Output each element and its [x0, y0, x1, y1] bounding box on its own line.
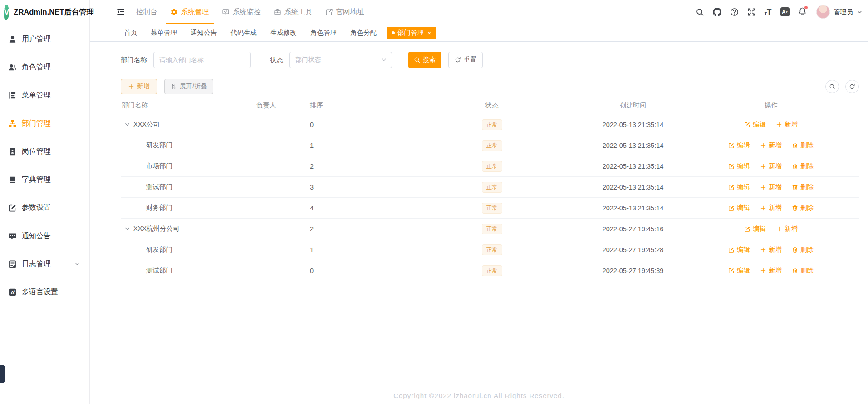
tab-depts[interactable]: 部门管理× — [387, 27, 436, 39]
sidebar-item-dicts[interactable]: 字典管理 — [0, 165, 89, 194]
sidebar-item-params[interactable]: 参数设置 — [0, 194, 89, 222]
sidebar-item-notices[interactable]: 通知公告 — [0, 222, 89, 250]
add-action-button[interactable]: 新增 — [760, 266, 782, 275]
fullscreen-icon[interactable] — [747, 8, 756, 16]
help-icon[interactable] — [730, 8, 739, 16]
nav-item-website[interactable]: 官网地址 — [319, 0, 371, 24]
plus-icon — [760, 268, 766, 274]
dept-name: 测试部门 — [146, 266, 172, 275]
sidebar-item-i18n[interactable]: Az多语言设置 — [0, 278, 89, 306]
close-icon[interactable]: × — [427, 29, 432, 36]
column-header-name: 部门名称 — [121, 101, 254, 110]
caret-down-icon[interactable] — [124, 122, 130, 127]
nav-item-monitor[interactable]: 系统监控 — [216, 0, 267, 24]
add-button[interactable]: 新增 — [121, 79, 157, 94]
monitor-icon — [222, 8, 230, 16]
tab-home[interactable]: 首页 — [117, 29, 144, 37]
action-label: 编辑 — [737, 183, 750, 191]
add-action-button[interactable]: 新增 — [760, 141, 782, 150]
sidebar-fold-icon[interactable] — [116, 7, 125, 16]
delete-action-button[interactable]: 删除 — [792, 266, 814, 275]
sidebar-item-label: 日志管理 — [22, 259, 51, 269]
action-label: 编辑 — [737, 162, 750, 170]
translate-icon[interactable]: Az — [780, 7, 790, 16]
edit-action-button[interactable]: 编辑 — [728, 141, 750, 150]
sidebar-item-posts[interactable]: 岗位管理 — [0, 137, 89, 165]
user-name: 管理员 — [834, 8, 853, 16]
tab-codegen[interactable]: 代码生成 — [224, 29, 264, 37]
edit-action-button[interactable]: 编辑 — [728, 266, 750, 275]
edit-action-button[interactable]: 编辑 — [728, 162, 750, 170]
status-cell: 正常 — [401, 203, 583, 214]
edit-action-button[interactable]: 编辑 — [728, 245, 750, 254]
action-label: 新增 — [769, 245, 782, 254]
tab-notices[interactable]: 通知公告 — [184, 29, 224, 37]
sidebar-item-logs[interactable]: 日志管理 — [0, 250, 89, 278]
font-size-icon[interactable]: тT — [765, 8, 772, 16]
dept-name-input[interactable] — [153, 52, 251, 68]
edit-action-button[interactable]: 编辑 — [728, 204, 750, 212]
nav-item-label: 控制台 — [136, 7, 157, 17]
theme-drawer-handle[interactable] — [0, 365, 5, 383]
edit-icon — [728, 142, 735, 149]
tab-roleassign[interactable]: 角色分配 — [343, 29, 383, 37]
delete-action-button[interactable]: 删除 — [792, 162, 814, 170]
reset-button[interactable]: 重置 — [448, 52, 483, 68]
add-action-button[interactable]: 新增 — [776, 120, 798, 129]
navbar-right: тT Az 管理员 — [696, 5, 863, 19]
dept-table: 部门名称负责人排序状态创建时间操作 XXX公司0正常2022-05-13 21:… — [121, 97, 859, 281]
delete-action-button[interactable]: 删除 — [792, 245, 814, 254]
sort-cell: 0 — [310, 121, 401, 128]
dept-name-cell: 测试部门 — [121, 266, 254, 275]
refresh-table-button[interactable] — [845, 80, 859, 93]
refresh-icon — [849, 83, 855, 90]
tab-menus[interactable]: 菜单管理 — [144, 29, 184, 37]
status-cell: 正常 — [401, 161, 583, 172]
user-dropdown[interactable]: 管理员 — [816, 5, 863, 19]
table-row: 测试部门0正常2022-05-27 19:45:39编辑新增删除 — [121, 260, 859, 281]
chevron-down-icon — [857, 9, 863, 15]
caret-down-icon[interactable] — [124, 226, 130, 232]
edit-action-button[interactable]: 编辑 — [728, 183, 750, 191]
edit-action-button[interactable]: 编辑 — [744, 224, 766, 233]
status-cell: 正常 — [401, 119, 583, 130]
dept-name-cell: XXX杭州分公司 — [121, 224, 254, 233]
sidebar-item-users[interactable]: 用户管理 — [0, 25, 89, 53]
dept-name: 财务部门 — [146, 204, 172, 212]
dept-name: XXX公司 — [133, 120, 160, 129]
toggle-search-button[interactable] — [825, 80, 839, 93]
add-action-button[interactable]: 新增 — [776, 224, 798, 233]
dept-name-cell: 测试部门 — [121, 183, 254, 191]
action-label: 删除 — [800, 245, 814, 254]
trash-icon — [792, 205, 798, 211]
sidebar-item-roles[interactable]: 角色管理 — [0, 53, 89, 81]
plus-icon — [760, 163, 766, 170]
notifications-button[interactable] — [798, 7, 807, 17]
nav-item-system[interactable]: 系统管理 — [164, 0, 216, 24]
search-icon[interactable] — [696, 8, 704, 16]
nav-item-console[interactable]: 控制台 — [130, 0, 164, 24]
table-row: 研发部门1正常2022-05-13 21:35:14编辑新增删除 — [121, 135, 859, 156]
add-action-button[interactable]: 新增 — [760, 183, 782, 191]
expand-collapse-button[interactable]: 展开/折叠 — [164, 79, 213, 94]
status-select[interactable]: 部门状态 — [289, 52, 392, 68]
status-badge: 正常 — [482, 203, 502, 214]
briefcase-icon — [274, 8, 281, 16]
sort-cell: 2 — [310, 225, 401, 233]
book-icon — [8, 175, 17, 184]
github-icon[interactable] — [713, 8, 721, 16]
tab-genedit[interactable]: 生成修改 — [264, 29, 304, 37]
tab-label: 角色分配 — [350, 29, 377, 37]
add-action-button[interactable]: 新增 — [760, 245, 782, 254]
sidebar-item-menus[interactable]: 菜单管理 — [0, 81, 89, 109]
tab-roles[interactable]: 角色管理 — [304, 29, 343, 37]
nav-item-tools[interactable]: 系统工具 — [267, 0, 319, 24]
delete-action-button[interactable]: 删除 — [792, 183, 814, 191]
delete-action-button[interactable]: 删除 — [792, 204, 814, 212]
sidebar-item-depts[interactable]: 部门管理 — [0, 109, 89, 137]
add-action-button[interactable]: 新增 — [760, 204, 782, 212]
add-action-button[interactable]: 新增 — [760, 162, 782, 170]
delete-action-button[interactable]: 删除 — [792, 141, 814, 150]
search-button[interactable]: 搜索 — [408, 52, 441, 68]
edit-action-button[interactable]: 编辑 — [744, 120, 766, 129]
